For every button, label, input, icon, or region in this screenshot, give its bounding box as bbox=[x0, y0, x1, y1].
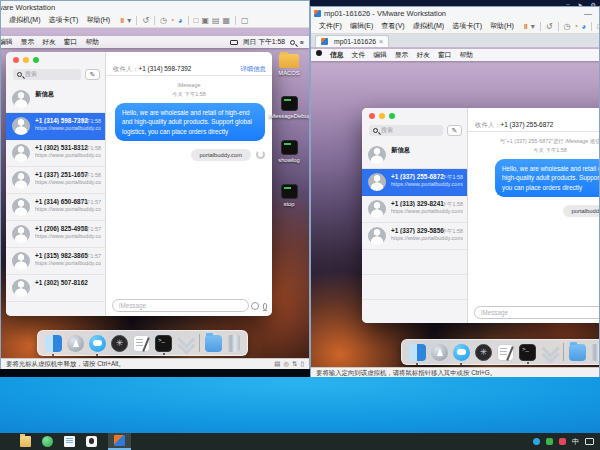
chat-transcript[interactable]: iMessage 今天 下午1:58 Hello, we are wholesa… bbox=[106, 76, 272, 296]
desktop-icon-macos[interactable]: MACOS bbox=[269, 54, 309, 76]
compose-button[interactable]: ✎ bbox=[85, 69, 100, 80]
downloads-icon[interactable] bbox=[177, 335, 194, 352]
messages-icon[interactable] bbox=[453, 344, 470, 361]
compose-button[interactable]: ✎ bbox=[447, 125, 462, 136]
snapshot-clock-icon[interactable]: ◷ bbox=[160, 16, 167, 25]
cdrom-icon[interactable]: ◎ bbox=[283, 360, 289, 368]
vm-tab[interactable]: mp01-161626 × bbox=[315, 35, 389, 47]
macos-menu-help[interactable]: 帮助 bbox=[85, 37, 99, 47]
macos-menu-edit[interactable]: 编辑 bbox=[373, 50, 387, 60]
list-item[interactable]: +1 (206) 825-4958下午1:57https://www.porta… bbox=[6, 221, 105, 248]
macos-menu-view[interactable]: 显示 bbox=[395, 50, 409, 60]
revert-snapshot-icon[interactable]: ↺ bbox=[142, 16, 149, 25]
app-wheel-icon[interactable]: ✳ bbox=[475, 344, 492, 361]
menu-file[interactable]: 文件(F) bbox=[315, 21, 346, 31]
menu-edit[interactable]: 编辑(E) bbox=[346, 21, 377, 31]
link-preview-chip[interactable]: portalbuddy.com bbox=[563, 205, 599, 217]
spotlight-icon[interactable] bbox=[290, 40, 295, 45]
trash-icon[interactable] bbox=[227, 335, 240, 352]
console-view-icon[interactable]: ▢ bbox=[241, 16, 249, 25]
zoom-button[interactable] bbox=[33, 57, 39, 63]
downloads-icon[interactable] bbox=[541, 344, 558, 361]
network-icon[interactable]: ⇅ bbox=[292, 360, 297, 368]
macos-menu-buddies[interactable]: 好友 bbox=[416, 50, 430, 60]
layout-console-icon[interactable]: ▤ bbox=[212, 16, 220, 25]
take-snapshot-icon[interactable]: ◔ bbox=[574, 22, 579, 31]
macos-menu-window[interactable]: 窗口 bbox=[438, 50, 452, 60]
message-input[interactable]: iMessage bbox=[112, 299, 249, 312]
list-item[interactable]: +1 (314) 650-6871下午1:57https://www.porta… bbox=[6, 194, 105, 221]
tray-green-icon[interactable] bbox=[546, 438, 553, 445]
textedit-icon[interactable] bbox=[133, 335, 150, 352]
finder-icon[interactable] bbox=[409, 344, 426, 361]
trash-icon[interactable] bbox=[591, 344, 599, 361]
messages-icon[interactable] bbox=[89, 335, 106, 352]
notification-center-icon[interactable]: ≡ bbox=[300, 39, 304, 46]
layout-fullscreen-icon[interactable]: ▦ bbox=[223, 16, 231, 25]
close-button[interactable] bbox=[369, 113, 375, 119]
menu-tabs[interactable]: 选项卡(T) bbox=[45, 15, 83, 25]
layout-library-icon[interactable]: □ bbox=[194, 16, 199, 25]
digital-touch-icon[interactable] bbox=[251, 302, 259, 310]
green-app-icon[interactable] bbox=[42, 436, 53, 447]
windows-desktop[interactable] bbox=[0, 377, 600, 433]
zoom-button[interactable] bbox=[389, 113, 395, 119]
menu-view[interactable]: 查看(V) bbox=[377, 21, 408, 31]
macos-menu-view[interactable]: 显示 bbox=[21, 37, 35, 47]
revert-snapshot-icon[interactable]: ↺ bbox=[546, 22, 553, 31]
file-explorer-icon[interactable] bbox=[20, 436, 31, 447]
launchpad-icon[interactable] bbox=[431, 344, 448, 361]
macos-menu-buddies[interactable]: 好友 bbox=[42, 37, 56, 47]
list-item[interactable]: 新信息 bbox=[362, 142, 467, 169]
document-app-icon[interactable] bbox=[64, 436, 75, 447]
list-item-selected[interactable]: +1 (337) 255-6872下午1:58https://www.porta… bbox=[362, 169, 467, 196]
textedit-icon[interactable] bbox=[497, 344, 514, 361]
macos-menu-app[interactable]: 信息 bbox=[330, 50, 344, 60]
manage-snapshot-icon[interactable]: ◕ bbox=[581, 22, 586, 31]
message-log-icon[interactable]: ▯ bbox=[300, 360, 304, 368]
app-wheel-icon[interactable]: ✳ bbox=[111, 335, 128, 352]
menu-tabs[interactable]: 选项卡(T) bbox=[448, 21, 486, 31]
take-snapshot-icon[interactable]: ◔ bbox=[170, 16, 175, 25]
vm-screen-right[interactable]: 信息 文件 编辑 显示 好友 窗口 帮助 bbox=[311, 47, 599, 367]
list-item[interactable]: +1 (302) 531-8312下午1:58https://www.porta… bbox=[6, 140, 105, 167]
minimize-button[interactable] bbox=[23, 57, 29, 63]
desktop-icon-showlog[interactable]: showlog bbox=[269, 140, 309, 163]
minimize-button[interactable]: — bbox=[580, 9, 596, 18]
window-titlebar[interactable]: VMware Workstation bbox=[1, 1, 309, 13]
tray-blue-icon[interactable] bbox=[533, 438, 540, 445]
macos-menu-help[interactable]: 帮助 bbox=[460, 50, 474, 60]
pause-vm-button[interactable]: ‖ bbox=[120, 16, 124, 25]
tab-close-icon[interactable]: × bbox=[379, 38, 383, 45]
snapshot-clock-icon[interactable]: ◷ bbox=[564, 22, 571, 31]
macos-menu-window[interactable]: 窗口 bbox=[64, 37, 78, 47]
terminal-icon[interactable] bbox=[519, 344, 536, 361]
launchpad-icon[interactable] bbox=[67, 335, 84, 352]
tray-red-icon[interactable] bbox=[559, 438, 566, 445]
minimize-button[interactable] bbox=[379, 113, 385, 119]
search-input[interactable]: 搜索 bbox=[369, 125, 443, 136]
microphone-icon[interactable] bbox=[263, 303, 267, 310]
menu-help[interactable]: 帮助(H) bbox=[82, 15, 114, 25]
pause-dropdown-icon[interactable]: ▾ bbox=[127, 16, 131, 25]
pause-vm-button[interactable]: ‖ bbox=[524, 22, 528, 31]
menu-vm[interactable]: 虚拟机(M) bbox=[409, 21, 449, 31]
terminal-icon[interactable] bbox=[155, 335, 172, 352]
dock-folder-icon[interactable] bbox=[569, 344, 586, 361]
white-app-icon[interactable] bbox=[86, 436, 97, 447]
monitor-tray-icon[interactable] bbox=[585, 438, 594, 445]
window-titlebar[interactable]: mp01-161626 - VMware Workstation — bbox=[311, 7, 599, 19]
macos-menu-edit[interactable]: 编辑 bbox=[1, 37, 13, 47]
dock-folder-icon[interactable] bbox=[205, 335, 222, 352]
list-item[interactable]: +1 (337) 251-1657下午1:58https://www.porta… bbox=[6, 167, 105, 194]
layout-library-icon[interactable]: □ bbox=[597, 22, 599, 31]
list-item[interactable]: +1 (302) 507-8162 bbox=[6, 275, 105, 302]
details-link[interactable]: 详细信息 bbox=[240, 62, 266, 75]
desktop-icon-imessagedebug[interactable]: iMessageDebug bbox=[269, 96, 309, 119]
search-input[interactable]: 搜索 bbox=[13, 69, 81, 80]
finder-icon[interactable] bbox=[45, 335, 62, 352]
list-item[interactable]: +1 (313) 329-8241下午1:58https://www.porta… bbox=[362, 196, 467, 223]
macos-menu-file[interactable]: 文件 bbox=[352, 50, 366, 60]
close-button[interactable] bbox=[13, 57, 19, 63]
list-item[interactable]: 新信息 bbox=[6, 86, 105, 113]
